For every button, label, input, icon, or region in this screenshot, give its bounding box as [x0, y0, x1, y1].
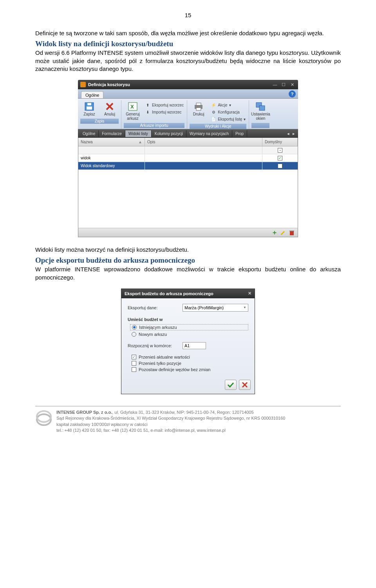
page-footer: INTENSE GROUP Sp. z o.o., ul. Gdyńska 31… — [35, 406, 341, 434]
col-domyslny[interactable]: Domyślny — [262, 138, 298, 146]
bolt-icon: ⚡ — [211, 102, 216, 108]
dialog-title: Eksport budżetu do arkusza pomocniczego — [125, 291, 213, 296]
ok-button[interactable] — [225, 380, 237, 390]
filter-domyslny-checkbox[interactable]: ▪ — [278, 148, 282, 153]
checkbox-przenies-pozycje[interactable]: Przenieś tylko pozycje — [132, 361, 248, 366]
radio-icon — [132, 332, 136, 337]
svg-rect-12 — [290, 231, 294, 235]
screenshot-definicja-kosztorysu: Definicja kosztorysu — ☐ ✕ Ogólne ? Zapi… — [78, 80, 298, 237]
drukuj-label: Drukuj — [193, 112, 204, 116]
radio-label: Istniejącym arkuszu — [139, 325, 177, 330]
dialog-titlebar: Eksport budżetu do arkusza pomocniczego … — [121, 289, 255, 298]
cancel-button[interactable]: Anuluj — [101, 101, 119, 117]
paragraph-2: Od wersji 6.6 Platformy INTENSE system u… — [35, 49, 341, 73]
checkbox-label: Pozostaw definicje węzłów bez zmian — [139, 367, 210, 372]
save-icon — [84, 102, 95, 111]
close-button[interactable]: ✕ — [289, 82, 296, 87]
screenshot-eksport-dialog: Eksport budżetu do arkusza pomocniczego … — [121, 289, 255, 394]
group-label-arkusze: Arkusze importu — [124, 123, 184, 128]
import-icon: ⬇ — [145, 109, 150, 115]
cell-input[interactable] — [183, 342, 206, 349]
radio-nowy[interactable]: Nowym arkszu — [132, 332, 248, 337]
dropdown-eksportuj-dane[interactable]: Marża (ProfitMargin) ▼ — [183, 304, 248, 312]
add-button[interactable]: ＋ — [271, 229, 278, 236]
paragraph-1: Definicje te są tworzone w taki sam spos… — [35, 29, 341, 37]
svg-rect-11 — [259, 106, 265, 110]
cell-opis — [145, 154, 262, 162]
radio-icon — [132, 325, 137, 330]
close-button[interactable]: ✕ — [248, 291, 251, 296]
footer-logo — [35, 409, 52, 427]
table-row[interactable]: Widok standardowy — [78, 162, 298, 170]
ustawienia-button[interactable]: Ustawienia okien — [251, 101, 269, 121]
cell-opis — [145, 162, 262, 170]
table-row[interactable]: widok ✓ — [78, 154, 298, 162]
export-icon: ⬆ — [145, 102, 150, 108]
help-icon[interactable]: ? — [289, 90, 296, 97]
ribbon-group-ustawienia: Ustawienia okien — [249, 100, 272, 129]
checkbox-przenies-wartosci[interactable]: ✓ Przenieś aktualne wartości — [132, 355, 248, 359]
tab-ogolne[interactable]: Ogólne — [81, 91, 103, 98]
generuj-button[interactable]: X Generuj arkusz — [124, 101, 142, 121]
ribbon-group-wydruki: Drukuj ⚡Akcje ▾ ⚙Konfiguracja 📄Eksportuj… — [187, 100, 249, 129]
heading-opcje-eksportu: Opcje eksportu budżetu do arkusza pomocn… — [35, 256, 341, 265]
svg-rect-2 — [87, 103, 91, 105]
print-icon — [193, 102, 204, 111]
subtab-widoki-listy[interactable]: Widoki listy — [125, 130, 152, 137]
generuj-label: Generuj arkusz — [124, 112, 142, 121]
gear-icon: ⚙ — [211, 109, 216, 115]
cancel-button[interactable] — [239, 380, 251, 390]
svg-rect-13 — [289, 231, 294, 231]
svg-text:X: X — [130, 104, 134, 110]
import-wzorzec-button[interactable]: ⬇Importuj wzorzec — [144, 109, 184, 115]
col-opis[interactable]: Opis — [145, 138, 262, 146]
checkbox-icon — [132, 361, 136, 366]
svg-rect-1 — [87, 106, 92, 110]
sort-icon: ▲ — [138, 140, 142, 144]
konfig-label: Konfiguracja — [218, 110, 240, 114]
group-label-ustaw — [251, 123, 269, 128]
chevron-down-icon: ▼ — [243, 306, 246, 309]
radio-istniejacy[interactable]: Istniejącym arkuszu — [130, 324, 248, 330]
checkbox-label: Przenieś aktualne wartości — [139, 355, 190, 359]
minimize-button[interactable]: — — [271, 82, 278, 87]
ribbon-tabstrip: Ogólne ? — [78, 89, 298, 99]
window-title: Definicja kosztorysu — [88, 82, 270, 87]
filter-nazwa[interactable] — [78, 146, 145, 154]
subtab-formularze[interactable]: Formularze — [99, 130, 125, 137]
maximize-button[interactable]: ☐ — [280, 82, 287, 87]
row-checkbox[interactable]: ✓ — [278, 156, 282, 161]
windows-icon — [255, 102, 266, 111]
cell-nazwa: Widok standardowy — [78, 162, 145, 170]
footer-contact: tel.: +48 (12) 420 01 50, fax: +48 (12) … — [56, 427, 285, 433]
row-checkbox[interactable] — [278, 164, 282, 168]
footer-address: , ul. Gdyńska 31, 31-323 Kraków, NIP: 94… — [112, 410, 253, 415]
akcje-label: Akcje — [218, 103, 227, 107]
paragraph-3: Widoki listy można tworzyć na definicji … — [35, 246, 341, 254]
subtab-ogolne[interactable]: Ogólne — [80, 130, 99, 137]
grid-body: Nazwa▲ Opis Domyślny ▪ widok ✓ Widok sta… — [78, 138, 298, 228]
edit-button[interactable] — [280, 229, 287, 236]
subtab-wymiary[interactable]: Wymiary na pozycjach — [186, 130, 232, 137]
eksport-wzorzec-button[interactable]: ⬆Eksportuj wzorzec — [144, 102, 184, 108]
drukuj-button[interactable]: Drukuj — [190, 101, 208, 117]
paragraph-4: W platformie INTENSE wprowadzono dodatko… — [35, 265, 341, 281]
col-nazwa[interactable]: Nazwa▲ — [78, 138, 145, 146]
checkbox-icon — [132, 367, 136, 372]
konfig-button[interactable]: ⚙Konfiguracja — [210, 109, 246, 115]
delete-button[interactable] — [288, 229, 295, 236]
subtab-prop[interactable]: Prop — [232, 130, 247, 137]
save-button[interactable]: Zapisz — [80, 101, 98, 117]
cancel-label: Anuluj — [104, 112, 115, 116]
tab-scroll-left[interactable]: ◂ — [286, 131, 291, 136]
subtab-kolumny[interactable]: Kolumny pozycji — [152, 130, 186, 137]
akcje-button[interactable]: ⚡Akcje ▾ — [210, 102, 246, 108]
ustawienia-label: Ustawienia okien — [251, 112, 270, 121]
checkbox-pozostaw[interactable]: Pozostaw definicje węzłów bez zmian — [132, 367, 248, 372]
page-number: 15 — [35, 12, 341, 18]
filter-opis[interactable] — [145, 146, 262, 154]
eksportuj-liste-button[interactable]: 📄Eksportuj listę ▾ — [210, 116, 246, 122]
cancel-icon — [104, 102, 115, 111]
footer-text: INTENSE GROUP Sp. z o.o., ul. Gdyńska 31… — [56, 409, 285, 434]
tab-scroll-right[interactable]: ▸ — [291, 131, 296, 136]
